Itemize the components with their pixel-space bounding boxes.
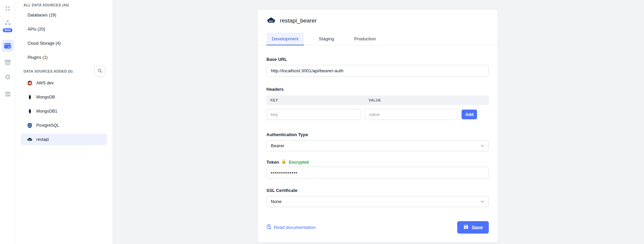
tab-development[interactable]: Development: [266, 33, 304, 45]
datasource-label: restapi: [36, 137, 49, 142]
svg-text:REST: REST: [269, 20, 274, 22]
datasource-item-mongodb1[interactable]: MongoDB1: [21, 106, 107, 117]
data-sources-icon[interactable]: [2, 40, 14, 52]
token-label-row: Token Encrypted: [266, 159, 489, 165]
category-label: Plugins (1): [28, 55, 48, 60]
chevron-down-icon: [480, 199, 484, 204]
read-documentation-link[interactable]: Read documentation: [266, 224, 316, 231]
svg-text:REST: REST: [28, 139, 32, 141]
token-label: Token: [266, 160, 279, 165]
rest-cloud-icon: REST: [27, 137, 33, 143]
key-column-header: KEY: [266, 98, 364, 102]
form-footer: Read documentation Save: [266, 221, 489, 234]
card-header: REST restapi_bearer: [258, 10, 498, 25]
headers-input-row: Add: [266, 109, 489, 120]
headers-label: Headers: [266, 87, 489, 92]
ssl-certificate-label: SSL Certificate: [266, 188, 489, 193]
chevron-down-icon: [480, 143, 484, 148]
added-datasources-header: DATA SOURCES ADDED (5): [15, 68, 73, 74]
save-button-label: Save: [472, 225, 483, 230]
audit-logs-icon[interactable]: [5, 91, 11, 97]
auth-type-value: Bearer: [271, 143, 285, 148]
page-title: restapi_bearer: [280, 17, 317, 24]
datasource-item-mongodb[interactable]: MongoDB: [21, 91, 107, 103]
added-datasources-header-row: DATA SOURCES ADDED (5): [15, 65, 113, 77]
save-floppy-icon: [463, 224, 469, 231]
tab-staging[interactable]: Staging: [313, 33, 340, 45]
auth-type-label: Authentication Type: [266, 132, 489, 137]
datasource-item-restapi[interactable]: REST restapi: [21, 134, 107, 145]
header-key-input[interactable]: [266, 109, 361, 120]
base-url-input[interactable]: [266, 65, 489, 77]
datasource-label: MongoDB: [36, 95, 55, 99]
beta-badge: Beta: [3, 28, 12, 32]
base-url-label: Base URL: [266, 57, 489, 62]
headers-table-header: KEY VALUE: [266, 95, 489, 105]
workflows-icon[interactable]: [4, 20, 11, 26]
mongodb-icon: [27, 94, 33, 100]
ssl-certificate-select[interactable]: None: [266, 196, 489, 207]
datasource-config-card: REST restapi_bearer Development Staging …: [257, 9, 498, 243]
datasource-item-postgresql[interactable]: PostgreSQL: [21, 120, 107, 131]
save-button[interactable]: Save: [457, 221, 489, 234]
mongodb-icon: [27, 109, 33, 114]
main-area: REST restapi_bearer Development Staging …: [113, 0, 644, 244]
sidebar-item-databases[interactable]: Databases (19): [15, 8, 113, 22]
search-datasources-button[interactable]: [94, 66, 105, 77]
datasource-item-aws-dev[interactable]: AWS dev: [21, 77, 107, 89]
datasource-label: MongoDB1: [36, 109, 57, 114]
header-value-input[interactable]: [364, 109, 458, 120]
icon-rail: Beta: [0, 0, 15, 244]
document-check-icon: [266, 224, 271, 231]
settings-gear-icon[interactable]: [4, 74, 11, 80]
token-input[interactable]: [266, 167, 489, 178]
rest-cloud-icon: REST: [266, 17, 276, 25]
datasources-sidebar: ALL DATA SOURCES (44) Databases (19) API…: [15, 0, 113, 244]
postgresql-icon: [27, 123, 33, 128]
auth-type-select[interactable]: Bearer: [266, 140, 489, 151]
datasource-label: PostgreSQL: [36, 123, 59, 128]
sidebar-item-apis[interactable]: APIs (20): [15, 22, 113, 36]
environment-tabs: Development Staging Production: [258, 33, 498, 45]
category-label: Databases (19): [28, 13, 56, 17]
search-icon: [97, 68, 102, 74]
config-form: Base URL Headers KEY VALUE Add Authentic…: [258, 45, 498, 242]
aws-icon: [27, 80, 33, 86]
sidebar-item-plugins[interactable]: Plugins (1): [15, 50, 113, 65]
apps-icon[interactable]: [5, 5, 11, 11]
ssl-certificate-value: None: [271, 199, 282, 204]
sidebar-item-cloud-storage[interactable]: Cloud Storage (4): [15, 36, 113, 50]
tab-production[interactable]: Production: [349, 33, 381, 45]
encrypted-badge: Encrypted: [289, 160, 309, 165]
lock-icon: [282, 159, 286, 165]
category-label: Cloud Storage (4): [28, 41, 61, 46]
datasource-label: AWS dev: [36, 81, 54, 85]
app-root: { "icon_rail": { "beta_badge": "Beta" },…: [0, 0, 644, 244]
add-header-button[interactable]: Add: [462, 110, 477, 119]
marketplace-icon[interactable]: [4, 59, 11, 66]
category-label: APIs (20): [28, 27, 45, 32]
value-column-header: VALUE: [364, 98, 381, 102]
read-documentation-label: Read documentation: [274, 225, 316, 230]
all-datasources-header: ALL DATA SOURCES (44): [15, 2, 113, 8]
